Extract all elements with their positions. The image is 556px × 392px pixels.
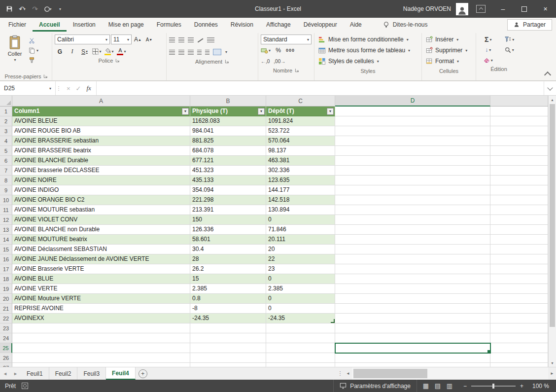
grid-cell[interactable]: 881.825 — [190, 136, 266, 146]
row-header-9[interactable]: 9 — [0, 185, 12, 195]
customize-qat-button[interactable]: ▾ — [55, 3, 66, 15]
grid-cell[interactable]: 142.518 — [266, 195, 335, 205]
grid-cell[interactable]: 130.894 — [266, 205, 335, 215]
grid-cell[interactable] — [190, 353, 266, 363]
close-button[interactable]: × — [535, 0, 556, 18]
grid-cell[interactable] — [190, 363, 266, 367]
merge-center-icon[interactable] — [213, 49, 221, 55]
grid-cell[interactable] — [490, 156, 548, 166]
zoom-slider-thumb[interactable] — [492, 384, 494, 389]
grid-cell[interactable] — [490, 323, 548, 333]
grid-cell[interactable] — [335, 176, 490, 185]
name-box[interactable]: D25 ▾ — [0, 81, 56, 95]
grid-cell[interactable]: REPRISE AVOINE — [12, 304, 190, 314]
macro-record-icon[interactable] — [22, 383, 28, 389]
tell-me-button[interactable]: Dites-le-nous — [383, 18, 428, 32]
format-cells-button[interactable]: Format ▾ — [424, 56, 473, 67]
decrease-decimal-button[interactable]: ,00→ — [274, 59, 285, 64]
row-header-8[interactable]: 8 — [0, 176, 12, 185]
grid-cell[interactable]: AVOINE BLUE — [12, 274, 190, 284]
cut-button[interactable] — [29, 36, 38, 44]
row-header-2[interactable]: 2 — [0, 116, 12, 126]
row-header-26[interactable]: 26 — [0, 353, 12, 363]
bold-button[interactable]: G — [55, 47, 65, 56]
grid-cell[interactable]: AVOINE MOUTURE beatrix — [12, 235, 190, 245]
align-bottom-icon[interactable] — [188, 37, 194, 42]
grid-cell[interactable] — [335, 136, 490, 146]
grid-cell[interactable] — [190, 343, 266, 353]
grid-cell[interactable]: AVOINE ROUGE BIO AB — [12, 126, 190, 136]
scroll-down-button[interactable]: ▼ — [549, 359, 556, 367]
grid-cell[interactable] — [490, 254, 548, 264]
share-button[interactable]: Partager — [507, 19, 552, 31]
grid-cell[interactable]: AVOINE ORANGE BIO C2 — [12, 195, 190, 205]
table-header-cell-column1[interactable]: Column1▼ — [12, 107, 190, 116]
ribbon-tab-revision[interactable]: Révision — [224, 18, 260, 32]
grid-cell[interactable] — [490, 264, 548, 274]
grid-cell[interactable]: 523.722 — [266, 126, 335, 136]
grid-cell[interactable]: AVOINE VERTE — [12, 284, 190, 294]
horizontal-scrollbar-thumb[interactable] — [353, 369, 427, 378]
column-header-d[interactable]: D — [335, 96, 490, 107]
grid-cell[interactable]: 0 — [266, 215, 335, 225]
collapse-ribbon-icon[interactable] — [544, 71, 551, 78]
vertical-scrollbar[interactable]: ▲ ▼ — [548, 96, 556, 367]
sheet-tab-feuil4[interactable]: Feuil4 — [106, 367, 136, 380]
grid-cell[interactable]: AVOINE NOIRE — [12, 176, 190, 185]
grid-cell[interactable] — [12, 333, 190, 343]
grid-cell[interactable] — [490, 195, 548, 205]
maximize-button[interactable] — [514, 0, 535, 18]
grid-cell[interactable]: 0.8 — [190, 294, 266, 304]
grid-cell[interactable] — [490, 215, 548, 225]
undo-button[interactable]: ↶▾ — [17, 3, 28, 15]
grid-cell[interactable] — [190, 323, 266, 333]
grid-cell[interactable] — [335, 333, 490, 343]
grid-cell[interactable]: AVOINE BLEUE — [12, 116, 190, 126]
grid-cell[interactable]: AVOINE MOUTURE sebastian — [12, 205, 190, 215]
grid-cell[interactable] — [335, 195, 490, 205]
grid-cell[interactable] — [490, 126, 548, 136]
row-header-17[interactable]: 17 — [0, 264, 12, 274]
fill-color-button[interactable]: ▾ — [104, 47, 114, 56]
column-header-b[interactable]: B — [190, 96, 266, 107]
grid-cell[interactable]: 58.601 — [190, 235, 266, 245]
grid-cell[interactable]: 984.041 — [190, 126, 266, 136]
confirm-entry-button[interactable]: ✓ — [76, 85, 81, 92]
grid-cell[interactable] — [490, 314, 548, 323]
grid-cell[interactable] — [490, 176, 548, 185]
find-select-button[interactable]: ▾ — [501, 45, 519, 54]
grid-cell[interactable] — [335, 126, 490, 136]
decrease-indent-icon[interactable] — [197, 50, 202, 55]
wrap-text-icon[interactable] — [207, 37, 214, 42]
row-header-24[interactable]: 24 — [0, 333, 12, 343]
grid-cell[interactable] — [12, 353, 190, 363]
align-top-icon[interactable] — [169, 37, 175, 42]
ribbon-tab-mise-en-page[interactable]: Mise en page — [102, 18, 150, 32]
accounting-format-button[interactable]: ▾ — [261, 47, 271, 54]
row-header-5[interactable]: 5 — [0, 146, 12, 156]
grid-cell[interactable] — [266, 363, 335, 367]
grid-cell[interactable]: 22 — [266, 254, 335, 264]
grid-cell[interactable]: 435.133 — [190, 176, 266, 185]
increase-decimal-button[interactable]: ←,0 — [261, 59, 270, 64]
save-button[interactable] — [4, 3, 15, 15]
ribbon-tab-accueil[interactable]: Accueil — [33, 18, 67, 32]
row-header-21[interactable]: 21 — [0, 304, 12, 314]
page-break-view-button[interactable]: ▥ — [445, 382, 454, 390]
grid-cell[interactable] — [335, 107, 490, 116]
grid-cell[interactable]: 26.2 — [190, 264, 266, 274]
grid-cell[interactable] — [335, 185, 490, 195]
display-settings-button[interactable]: Paramètres d'affichage — [333, 380, 417, 392]
borders-button[interactable]: ▾ — [92, 47, 102, 56]
grid-cell[interactable]: 23 — [266, 264, 335, 274]
table-header-cell-physique-t-[interactable]: Physique (T)▼ — [190, 107, 266, 116]
sheet-tab-feuil2[interactable]: Feuil2 — [49, 367, 78, 380]
grid-cell[interactable]: 451.323 — [190, 166, 266, 176]
font-family-combo[interactable]: Calibri▾ — [55, 35, 110, 44]
row-header-23[interactable]: 23 — [0, 323, 12, 333]
grid-cell[interactable]: 0 — [266, 304, 335, 314]
font-color-button[interactable]: A ▾ — [116, 47, 127, 56]
grid-cell[interactable] — [266, 353, 335, 363]
sort-filter-button[interactable]: ▾ — [501, 35, 519, 44]
grid-cell[interactable]: 15 — [190, 274, 266, 284]
